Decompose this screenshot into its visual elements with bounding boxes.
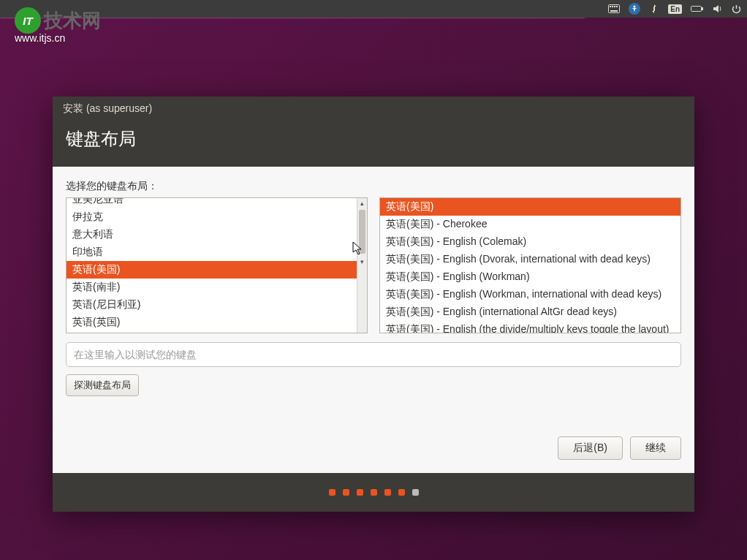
window-title: 安装 (as superuser)	[63, 102, 152, 114]
list-item[interactable]: 英语(美国) - English (international AltGr de…	[380, 303, 680, 321]
list-item[interactable]: 英语(美国)	[380, 198, 680, 216]
nav-button-row: 后退(B) 继续	[66, 436, 681, 460]
progress-dot	[371, 489, 377, 496]
progress-dot	[343, 489, 349, 496]
scroll-up-icon[interactable]: ▴	[357, 198, 367, 208]
system-top-panel: En	[0, 0, 747, 18]
choose-layout-label: 选择您的键盘布局：	[66, 180, 681, 193]
list-item[interactable]: 英语(美国) - English (Colemak)	[380, 233, 680, 251]
content-area: 选择您的键盘布局： 亚美尼亚语伊拉克意大利语印地语英语(美国)英语(南非)英语(…	[53, 167, 694, 473]
svg-rect-3	[614, 6, 615, 7]
volume-icon[interactable]	[713, 4, 723, 13]
installer-window: 安装 (as superuser) 键盘布局 选择您的键盘布局： 亚美尼亚语伊拉…	[53, 97, 694, 512]
list-item[interactable]: 英语(尼日利亚)	[67, 296, 357, 314]
progress-dot	[384, 489, 391, 496]
layout-country-listbox[interactable]: 亚美尼亚语伊拉克意大利语印地语英语(美国)英语(南非)英语(尼日利亚)英语(英国…	[66, 197, 368, 333]
watermark-url: www.itjs.cn	[15, 32, 101, 44]
keyboard-indicator-icon[interactable]	[608, 4, 620, 13]
progress-dot	[398, 489, 405, 496]
list-item[interactable]: 英语(美国) - English (the divide/multiply ke…	[380, 321, 680, 333]
scroll-thumb[interactable]	[359, 210, 365, 254]
svg-rect-7	[653, 7, 655, 11]
svg-rect-9	[702, 7, 703, 10]
layout-variant-listbox[interactable]: 英语(美国)英语(美国) - Cherokee英语(美国) - English …	[379, 197, 681, 333]
power-icon[interactable]	[732, 4, 741, 14]
svg-rect-2	[612, 6, 613, 7]
svg-rect-5	[610, 10, 618, 12]
battery-icon[interactable]	[691, 5, 704, 12]
list-item[interactable]: 英语(美国) - English (Workman)	[380, 268, 680, 286]
scrollbar[interactable]: ▴ ▾	[357, 198, 367, 333]
list-item[interactable]: 英语(美国) - English (Dvorak, international …	[380, 251, 680, 268]
list-item[interactable]: 英语(美国) - Cherokee	[380, 216, 680, 233]
list-item[interactable]: 越南语	[67, 331, 357, 333]
progress-dots	[53, 473, 694, 512]
list-item[interactable]: 英语(南非)	[67, 279, 357, 296]
header-band: 键盘布局	[53, 121, 694, 167]
svg-point-6	[634, 6, 636, 8]
svg-rect-1	[610, 6, 611, 7]
progress-dot	[412, 489, 419, 496]
layout-lists-row: 亚美尼亚语伊拉克意大利语印地语英语(美国)英语(南非)英语(尼日利亚)英语(英国…	[66, 197, 681, 333]
scroll-down-icon[interactable]: ▾	[357, 257, 367, 267]
network-icon[interactable]	[649, 4, 659, 13]
list-item[interactable]: 亚美尼亚语	[67, 198, 357, 208]
list-item[interactable]: 印地语	[67, 243, 357, 261]
svg-rect-4	[616, 6, 618, 7]
svg-rect-8	[691, 7, 702, 12]
list-item[interactable]: 英语(美国) - English (Workman, international…	[380, 286, 680, 303]
list-item[interactable]: 英语(美国)	[67, 261, 357, 279]
keyboard-test-input[interactable]	[66, 342, 681, 367]
accessibility-icon[interactable]	[629, 3, 640, 15]
progress-dot	[357, 489, 363, 496]
progress-dot	[329, 489, 335, 496]
list-item[interactable]: 意大利语	[67, 226, 357, 243]
detect-keyboard-button[interactable]: 探测键盘布局	[66, 374, 139, 396]
language-badge[interactable]: En	[668, 4, 682, 14]
window-titlebar[interactable]: 安装 (as superuser)	[53, 97, 694, 121]
list-item[interactable]: 英语(英国)	[67, 314, 357, 331]
page-title: 键盘布局	[66, 127, 681, 151]
list-item[interactable]: 伊拉克	[67, 208, 357, 226]
back-button[interactable]: 后退(B)	[558, 436, 623, 460]
continue-button[interactable]: 继续	[630, 436, 681, 460]
